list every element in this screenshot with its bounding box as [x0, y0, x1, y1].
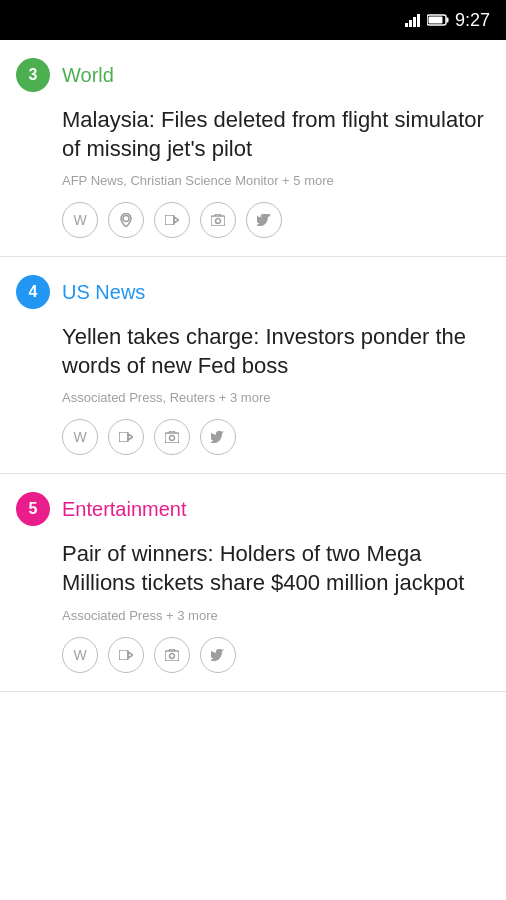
- svg-rect-8: [165, 215, 174, 225]
- svg-rect-18: [165, 651, 179, 661]
- svg-rect-6: [428, 17, 442, 24]
- category-badge-usnews: 4: [16, 275, 50, 309]
- twitter-icon[interactable]: [246, 202, 282, 238]
- video-icon[interactable]: [108, 637, 144, 673]
- svg-rect-2: [413, 17, 416, 27]
- photo-icon[interactable]: [154, 419, 190, 455]
- story-sources-usnews: Associated Press, Reuters + 3 more: [16, 390, 490, 405]
- twitter-icon[interactable]: [200, 419, 236, 455]
- status-icons: [405, 13, 449, 27]
- story-sources-entertainment: Associated Press + 3 more: [16, 608, 490, 623]
- svg-point-19: [170, 653, 175, 658]
- story-actions-entertainment: W: [16, 637, 490, 673]
- battery-icon: [427, 14, 449, 26]
- svg-marker-9: [174, 217, 179, 223]
- location-icon[interactable]: [108, 202, 144, 238]
- category-label-world: World: [62, 64, 114, 87]
- category-badge-world: 3: [16, 58, 50, 92]
- svg-rect-14: [165, 433, 179, 443]
- svg-marker-13: [128, 434, 133, 440]
- svg-marker-17: [128, 652, 133, 658]
- category-badge-entertainment: 5: [16, 492, 50, 526]
- svg-point-11: [216, 219, 221, 224]
- category-header-usnews[interactable]: 4 US News: [16, 275, 490, 309]
- status-bar: 9:27: [0, 0, 506, 40]
- video-icon[interactable]: [108, 419, 144, 455]
- svg-rect-12: [119, 432, 128, 442]
- story-actions-world: W: [16, 202, 490, 238]
- story-headline-usnews[interactable]: Yellen takes charge: Investors ponder th…: [16, 323, 490, 380]
- svg-point-7: [123, 216, 129, 222]
- wikipedia-icon[interactable]: W: [62, 637, 98, 673]
- svg-rect-5: [446, 18, 448, 23]
- category-header-world[interactable]: 3 World: [16, 58, 490, 92]
- category-label-usnews: US News: [62, 281, 145, 304]
- video-icon[interactable]: [154, 202, 190, 238]
- signal-icon: [405, 13, 423, 27]
- story-section-usnews: 4 US News Yellen takes charge: Investors…: [0, 257, 506, 474]
- svg-rect-1: [409, 20, 412, 27]
- story-headline-world[interactable]: Malaysia: Files deleted from flight simu…: [16, 106, 490, 163]
- wikipedia-icon[interactable]: W: [62, 202, 98, 238]
- story-section-world: 3 World Malaysia: Files deleted from fli…: [0, 40, 506, 257]
- svg-rect-0: [405, 23, 408, 27]
- status-time: 9:27: [455, 10, 490, 31]
- photo-icon[interactable]: [154, 637, 190, 673]
- photo-icon[interactable]: [200, 202, 236, 238]
- svg-rect-10: [211, 216, 225, 226]
- svg-rect-16: [119, 650, 128, 660]
- story-actions-usnews: W: [16, 419, 490, 455]
- category-label-entertainment: Entertainment: [62, 498, 187, 521]
- story-section-entertainment: 5 Entertainment Pair of winners: Holders…: [0, 474, 506, 691]
- news-feed: 3 World Malaysia: Files deleted from fli…: [0, 40, 506, 692]
- category-header-entertainment[interactable]: 5 Entertainment: [16, 492, 490, 526]
- twitter-icon[interactable]: [200, 637, 236, 673]
- story-headline-entertainment[interactable]: Pair of winners: Holders of two Mega Mil…: [16, 540, 490, 597]
- story-sources-world: AFP News, Christian Science Monitor + 5 …: [16, 173, 490, 188]
- wikipedia-icon[interactable]: W: [62, 419, 98, 455]
- svg-rect-3: [417, 14, 420, 27]
- svg-point-15: [170, 436, 175, 441]
